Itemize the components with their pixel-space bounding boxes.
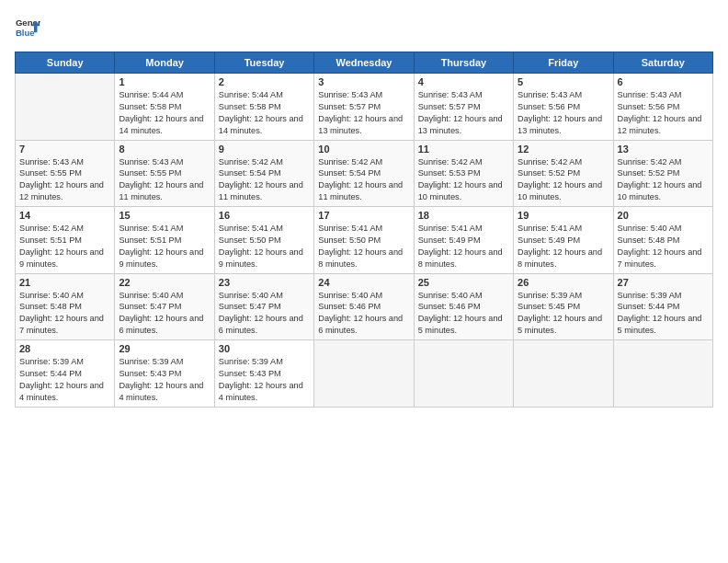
day-info: Sunrise: 5:40 AM Sunset: 5:46 PM Dayligh… [318, 290, 409, 338]
day-number: 24 [318, 277, 409, 288]
calendar-cell [16, 74, 115, 141]
calendar-cell: 1Sunrise: 5:44 AM Sunset: 5:58 PM Daylig… [115, 74, 214, 141]
day-info: Sunrise: 5:44 AM Sunset: 5:58 PM Dayligh… [219, 89, 310, 137]
calendar-cell: 18Sunrise: 5:41 AM Sunset: 5:49 PM Dayli… [414, 207, 513, 274]
weekday-header: Sunday [16, 52, 115, 74]
calendar-week-row: 21Sunrise: 5:40 AM Sunset: 5:48 PM Dayli… [16, 273, 713, 340]
day-number: 19 [518, 210, 609, 221]
day-info: Sunrise: 5:39 AM Sunset: 5:44 PM Dayligh… [618, 290, 709, 338]
calendar-cell: 21Sunrise: 5:40 AM Sunset: 5:48 PM Dayli… [16, 273, 115, 340]
day-info: Sunrise: 5:39 AM Sunset: 5:43 PM Dayligh… [219, 356, 310, 404]
day-number: 15 [119, 210, 210, 221]
day-number: 25 [418, 277, 509, 288]
day-info: Sunrise: 5:43 AM Sunset: 5:56 PM Dayligh… [618, 89, 709, 137]
calendar-cell: 4Sunrise: 5:43 AM Sunset: 5:57 PM Daylig… [414, 74, 513, 141]
day-number: 22 [119, 277, 210, 288]
calendar-cell: 8Sunrise: 5:43 AM Sunset: 5:55 PM Daylig… [115, 140, 214, 207]
day-number: 29 [119, 343, 210, 354]
day-number: 18 [418, 210, 509, 221]
calendar-cell: 26Sunrise: 5:39 AM Sunset: 5:45 PM Dayli… [514, 273, 613, 340]
day-info: Sunrise: 5:40 AM Sunset: 5:48 PM Dayligh… [19, 290, 110, 338]
day-info: Sunrise: 5:42 AM Sunset: 5:51 PM Dayligh… [19, 223, 110, 270]
calendar-cell: 13Sunrise: 5:42 AM Sunset: 5:52 PM Dayli… [613, 140, 712, 207]
day-number: 13 [618, 144, 709, 155]
calendar-header: SundayMondayTuesdayWednesdayThursdayFrid… [16, 52, 713, 74]
weekday-header: Tuesday [214, 52, 313, 74]
day-number: 14 [19, 210, 110, 221]
day-info: Sunrise: 5:39 AM Sunset: 5:44 PM Dayligh… [19, 356, 110, 404]
calendar-cell [514, 340, 613, 408]
calendar-cell: 17Sunrise: 5:41 AM Sunset: 5:50 PM Dayli… [314, 207, 414, 274]
calendar-cell: 5Sunrise: 5:43 AM Sunset: 5:56 PM Daylig… [514, 74, 613, 141]
calendar-cell: 9Sunrise: 5:42 AM Sunset: 5:54 PM Daylig… [214, 140, 313, 207]
day-number: 21 [19, 277, 110, 288]
day-number: 10 [318, 144, 409, 155]
day-number: 11 [418, 144, 509, 155]
day-info: Sunrise: 5:41 AM Sunset: 5:50 PM Dayligh… [318, 223, 409, 270]
day-number: 17 [318, 210, 409, 221]
weekday-header: Thursday [414, 52, 513, 74]
calendar-cell: 14Sunrise: 5:42 AM Sunset: 5:51 PM Dayli… [16, 207, 115, 274]
calendar-cell: 20Sunrise: 5:40 AM Sunset: 5:48 PM Dayli… [613, 207, 712, 274]
logo: General Blue [15, 15, 44, 40]
day-info: Sunrise: 5:39 AM Sunset: 5:43 PM Dayligh… [119, 356, 210, 404]
calendar-cell: 24Sunrise: 5:40 AM Sunset: 5:46 PM Dayli… [314, 273, 414, 340]
day-info: Sunrise: 5:40 AM Sunset: 5:48 PM Dayligh… [618, 223, 709, 270]
calendar-cell [414, 340, 513, 408]
calendar-cell [314, 340, 414, 408]
calendar-cell: 16Sunrise: 5:41 AM Sunset: 5:50 PM Dayli… [214, 207, 313, 274]
calendar-cell: 25Sunrise: 5:40 AM Sunset: 5:46 PM Dayli… [414, 273, 513, 340]
calendar-cell: 19Sunrise: 5:41 AM Sunset: 5:49 PM Dayli… [514, 207, 613, 274]
weekday-header: Wednesday [314, 52, 414, 74]
calendar-cell: 30Sunrise: 5:39 AM Sunset: 5:43 PM Dayli… [214, 340, 313, 408]
calendar-week-row: 7Sunrise: 5:43 AM Sunset: 5:55 PM Daylig… [16, 140, 713, 207]
calendar-cell: 27Sunrise: 5:39 AM Sunset: 5:44 PM Dayli… [613, 273, 712, 340]
calendar-cell: 2Sunrise: 5:44 AM Sunset: 5:58 PM Daylig… [214, 74, 313, 141]
day-number: 6 [618, 76, 709, 87]
calendar-cell: 6Sunrise: 5:43 AM Sunset: 5:56 PM Daylig… [613, 74, 712, 141]
day-info: Sunrise: 5:42 AM Sunset: 5:54 PM Dayligh… [219, 156, 310, 204]
day-number: 3 [318, 76, 409, 87]
calendar-cell: 23Sunrise: 5:40 AM Sunset: 5:47 PM Dayli… [214, 273, 313, 340]
day-info: Sunrise: 5:41 AM Sunset: 5:51 PM Dayligh… [119, 223, 210, 270]
day-number: 1 [119, 76, 210, 87]
day-info: Sunrise: 5:41 AM Sunset: 5:49 PM Dayligh… [518, 223, 609, 270]
day-number: 26 [518, 277, 609, 288]
day-number: 2 [219, 76, 310, 87]
calendar-cell: 15Sunrise: 5:41 AM Sunset: 5:51 PM Dayli… [115, 207, 214, 274]
day-number: 16 [219, 210, 310, 221]
day-info: Sunrise: 5:42 AM Sunset: 5:53 PM Dayligh… [418, 156, 509, 204]
calendar-cell [613, 340, 712, 408]
calendar-table: SundayMondayTuesdayWednesdayThursdayFrid… [15, 52, 713, 408]
calendar-cell: 12Sunrise: 5:42 AM Sunset: 5:52 PM Dayli… [514, 140, 613, 207]
day-info: Sunrise: 5:42 AM Sunset: 5:52 PM Dayligh… [618, 156, 709, 204]
day-info: Sunrise: 5:39 AM Sunset: 5:45 PM Dayligh… [518, 290, 609, 338]
day-number: 8 [119, 144, 210, 155]
day-number: 30 [219, 343, 310, 354]
day-info: Sunrise: 5:43 AM Sunset: 5:56 PM Dayligh… [518, 89, 609, 137]
calendar-cell: 10Sunrise: 5:42 AM Sunset: 5:54 PM Dayli… [314, 140, 414, 207]
day-number: 7 [19, 144, 110, 155]
day-number: 12 [518, 144, 609, 155]
calendar-cell: 28Sunrise: 5:39 AM Sunset: 5:44 PM Dayli… [16, 340, 115, 408]
calendar-cell: 29Sunrise: 5:39 AM Sunset: 5:43 PM Dayli… [115, 340, 214, 408]
calendar-week-row: 28Sunrise: 5:39 AM Sunset: 5:44 PM Dayli… [16, 340, 713, 408]
day-number: 5 [518, 76, 609, 87]
day-info: Sunrise: 5:43 AM Sunset: 5:55 PM Dayligh… [19, 156, 110, 204]
svg-text:Blue: Blue [16, 28, 35, 38]
weekday-header: Friday [514, 52, 613, 74]
day-info: Sunrise: 5:41 AM Sunset: 5:50 PM Dayligh… [219, 223, 310, 270]
day-info: Sunrise: 5:43 AM Sunset: 5:55 PM Dayligh… [119, 156, 210, 204]
calendar-week-row: 14Sunrise: 5:42 AM Sunset: 5:51 PM Dayli… [16, 207, 713, 274]
day-info: Sunrise: 5:42 AM Sunset: 5:54 PM Dayligh… [318, 156, 409, 204]
calendar-cell: 22Sunrise: 5:40 AM Sunset: 5:47 PM Dayli… [115, 273, 214, 340]
calendar-cell: 7Sunrise: 5:43 AM Sunset: 5:55 PM Daylig… [16, 140, 115, 207]
day-info: Sunrise: 5:42 AM Sunset: 5:52 PM Dayligh… [518, 156, 609, 204]
day-info: Sunrise: 5:41 AM Sunset: 5:49 PM Dayligh… [418, 223, 509, 270]
weekday-header: Monday [115, 52, 214, 74]
day-number: 28 [19, 343, 110, 354]
day-number: 9 [219, 144, 310, 155]
day-number: 27 [618, 277, 709, 288]
calendar-cell: 3Sunrise: 5:43 AM Sunset: 5:57 PM Daylig… [314, 74, 414, 141]
weekday-header: Saturday [613, 52, 712, 74]
